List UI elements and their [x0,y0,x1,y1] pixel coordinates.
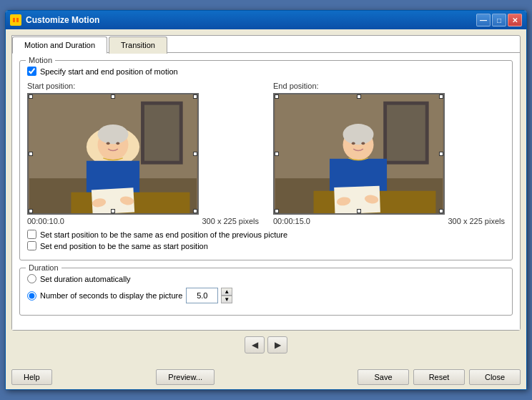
same-as-start-checkbox[interactable] [27,241,36,250]
next-button[interactable]: ▶ [267,336,287,353]
help-button[interactable]: Help [11,369,52,385]
svg-point-24 [352,142,355,145]
handle-bm[interactable] [111,209,115,213]
start-position-label: Start position: [27,82,259,90]
title-bar-left: Customize Motion [10,14,99,26]
start-timestamp: 00:00:10.0 [27,217,64,225]
title-bar: Customize Motion — □ ✕ [6,11,526,29]
svg-point-12 [116,142,119,145]
svg-rect-6 [144,105,179,161]
tab-container: Motion and Duration Transition Motion Sp… [11,35,521,331]
spinner-up-button[interactable]: ▲ [221,288,232,296]
handle-tm[interactable] [111,94,115,99]
window-close-button[interactable]: ✕ [508,14,522,26]
specify-motion-label: Specify start and end position of motion [40,67,178,76]
maximize-button[interactable]: □ [492,14,506,26]
svg-rect-20 [387,105,425,161]
handle-end-tl[interactable] [275,94,279,99]
spinner-down-button[interactable]: ▼ [221,296,232,303]
end-position-label: End position: [273,82,505,90]
svg-rect-2 [16,18,19,22]
action-buttons: Save Reset Close [358,369,521,385]
handle-end-ml[interactable] [275,152,279,156]
same-as-previous-checkbox[interactable] [27,230,36,239]
same-as-previous-label: Set start position to be the same as end… [40,230,287,239]
reset-button[interactable]: Reset [413,369,465,385]
window-icon [10,14,21,26]
auto-duration-row: Set duration automatically [27,274,505,283]
svg-rect-0 [11,16,20,24]
auto-duration-label: Set duration automatically [40,275,131,283]
motion-group-label: Motion [26,56,55,64]
close-button[interactable]: Close [469,369,521,385]
start-position-frame[interactable] [27,93,199,215]
end-position-frame[interactable] [273,93,445,215]
prev-button[interactable]: ◀ [245,336,265,353]
seconds-input[interactable] [186,288,218,303]
title-buttons: — □ ✕ [476,14,522,26]
handle-mr[interactable] [193,152,197,156]
extra-checkboxes: Set start position to be the same as end… [27,230,505,250]
manual-duration-row: Number of seconds to display the picture… [27,288,505,303]
specify-motion-checkbox[interactable] [27,67,36,76]
seconds-spinner: ▲ ▼ [186,288,232,303]
images-row: Start position: [27,82,505,225]
minimize-button[interactable]: — [476,14,491,26]
svg-rect-1 [13,18,15,22]
same-as-previous-row: Set start position to be the same as end… [27,230,505,239]
tab-transition[interactable]: Transition [109,36,167,54]
svg-point-25 [361,142,365,145]
preview-button[interactable]: Preview... [156,369,215,385]
same-as-start-label: Set end position to be the same as start… [40,242,208,250]
end-position-section: End position: [273,82,505,225]
end-position-info: 00:00:15.0 300 x 225 pixels [273,217,505,225]
handle-end-bm[interactable] [357,209,361,213]
manual-duration-label: Number of seconds to display the picture [40,291,182,300]
tab-bar: Motion and Duration Transition [12,36,520,53]
handle-end-mr[interactable] [439,152,443,156]
auto-duration-radio[interactable] [27,274,36,283]
handle-end-tm[interactable] [357,94,361,99]
handle-bl[interactable] [29,209,33,213]
spinner-buttons: ▲ ▼ [221,288,232,303]
manual-duration-radio[interactable] [27,291,36,301]
handle-br[interactable] [193,209,197,213]
specify-motion-row: Specify start and end position of motion [27,67,505,76]
window-title: Customize Motion [26,15,99,25]
bottom-bar: Help Preview... Save Reset Close [6,365,526,389]
end-timestamp: 00:00:15.0 [273,217,310,225]
main-window: Customize Motion — □ ✕ Motion and Durati… [5,10,527,390]
handle-tr[interactable] [193,94,197,99]
svg-point-10 [98,125,129,144]
navigation-row: ◀ ▶ [11,336,521,353]
save-button[interactable]: Save [358,369,409,385]
end-dimensions: 300 x 225 pixels [448,217,506,225]
handle-ml[interactable] [29,152,33,156]
svg-point-11 [107,142,110,145]
start-position-section: Start position: [27,82,259,225]
tab-content: Motion Specify start and end position of… [12,52,520,330]
handle-end-bl[interactable] [275,209,279,213]
duration-group-label: Duration [26,263,61,272]
duration-group: Duration Set duration automatically Numb… [19,268,513,316]
tab-motion-duration[interactable]: Motion and Duration [12,36,107,54]
motion-group: Motion Specify start and end position of… [19,60,513,260]
svg-point-23 [343,124,374,145]
handle-end-tr[interactable] [439,94,443,99]
same-as-start-row: Set end position to be the same as start… [27,241,505,250]
window-body: Motion and Duration Transition Motion Sp… [6,29,526,365]
start-dimensions: 300 x 225 pixels [202,217,260,225]
start-position-info: 00:00:10.0 300 x 225 pixels [27,217,259,225]
handle-end-br[interactable] [439,209,443,213]
handle-tl[interactable] [29,94,33,99]
